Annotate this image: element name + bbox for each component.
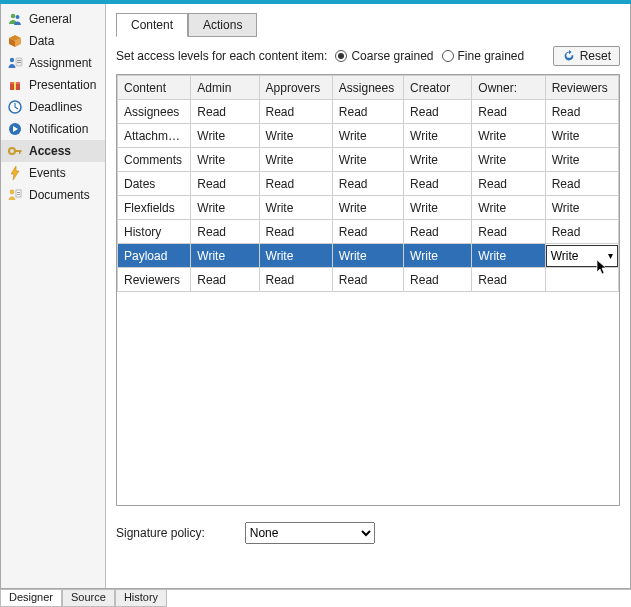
access-cell[interactable]: Read	[404, 220, 472, 244]
content-cell[interactable]: History	[118, 220, 191, 244]
column-header[interactable]: Owner:	[472, 76, 545, 100]
access-cell[interactable]: Read	[259, 268, 332, 292]
column-header[interactable]: Reviewers	[545, 76, 618, 100]
access-cell[interactable]: Write	[259, 244, 332, 268]
sidebar-item-label: Data	[29, 34, 54, 48]
sidebar-item-presentation[interactable]: Presentation	[1, 74, 105, 96]
access-cell[interactable]: Write	[404, 244, 472, 268]
access-cell[interactable]: Write	[191, 124, 259, 148]
access-cell[interactable]: Write	[191, 244, 259, 268]
access-cell[interactable]: Read	[332, 100, 403, 124]
reset-button[interactable]: Reset	[553, 46, 620, 66]
access-cell[interactable]: Read	[191, 220, 259, 244]
access-cell[interactable]: Read	[332, 220, 403, 244]
access-cell[interactable]: Write	[191, 196, 259, 220]
tab-actions[interactable]: Actions	[188, 13, 257, 37]
sidebar-item-label: Presentation	[29, 78, 96, 92]
access-cell[interactable]: Write	[191, 148, 259, 172]
access-cell[interactable]: Write	[259, 124, 332, 148]
radio-coarse[interactable]: Coarse grained	[335, 49, 433, 63]
radio-fine[interactable]: Fine grained	[442, 49, 525, 63]
column-header[interactable]: Creator	[404, 76, 472, 100]
table-row[interactable]: FlexfieldsWriteWriteWriteWriteWriteWrite	[118, 196, 619, 220]
access-cell[interactable]: Read	[259, 220, 332, 244]
table-row[interactable]: PayloadWriteWriteWriteWriteWriteWrite▾No…	[118, 244, 619, 268]
access-cell[interactable]: Read	[191, 268, 259, 292]
sidebar-item-events[interactable]: Events	[1, 162, 105, 184]
tab-label: Designer	[9, 591, 53, 603]
content-cell[interactable]: Flexfields	[118, 196, 191, 220]
lightning-icon	[7, 165, 23, 181]
content-cell[interactable]: Assignees	[118, 100, 191, 124]
column-header[interactable]: Approvers	[259, 76, 332, 100]
access-cell[interactable]: Read	[472, 220, 545, 244]
access-cell[interactable]: Write	[545, 196, 618, 220]
access-cell[interactable]: Read	[404, 100, 472, 124]
access-cell[interactable]: Write	[545, 148, 618, 172]
table-row[interactable]: Attachmen...WriteWriteWriteWriteWriteWri…	[118, 124, 619, 148]
svg-rect-13	[19, 152, 21, 154]
sidebar-item-notification[interactable]: Notification	[1, 118, 105, 140]
access-cell[interactable]: Write	[545, 124, 618, 148]
access-cell[interactable]: Write	[259, 196, 332, 220]
access-dropdown[interactable]: Write▾	[546, 245, 618, 267]
bottom-tabs: Designer Source History	[0, 589, 631, 607]
access-cell[interactable]: Read	[545, 100, 618, 124]
access-cell[interactable]: Read	[259, 172, 332, 196]
access-cell[interactable]: Write	[472, 148, 545, 172]
tab-content[interactable]: Content	[116, 13, 188, 37]
access-cell[interactable]: Read	[545, 220, 618, 244]
access-cell[interactable]: Read	[404, 172, 472, 196]
column-header[interactable]: Content	[118, 76, 191, 100]
content-cell[interactable]: Payload	[118, 244, 191, 268]
sidebar-item-documents[interactable]: Documents	[1, 184, 105, 206]
radio-dot-icon	[442, 50, 454, 62]
content-cell[interactable]: Attachmen...	[118, 124, 191, 148]
table-row[interactable]: DatesReadReadReadReadReadRead	[118, 172, 619, 196]
access-cell[interactable]: Read	[472, 172, 545, 196]
access-cell[interactable]: Read	[545, 172, 618, 196]
access-cell[interactable]: Write▾NoneReadWrite	[545, 244, 618, 268]
access-cell[interactable]: Write	[472, 244, 545, 268]
table-row[interactable]: AssigneesReadReadReadReadReadRead	[118, 100, 619, 124]
column-header[interactable]: Admin	[191, 76, 259, 100]
sidebar-item-deadlines[interactable]: Deadlines	[1, 96, 105, 118]
table-row[interactable]: CommentsWriteWriteWriteWriteWriteWrite	[118, 148, 619, 172]
content-cell[interactable]: Dates	[118, 172, 191, 196]
sidebar-item-label: Deadlines	[29, 100, 82, 114]
bottom-tab-history[interactable]: History	[115, 590, 167, 607]
access-cell[interactable]: Write	[332, 124, 403, 148]
sidebar-item-access[interactable]: Access	[1, 140, 105, 162]
access-cell[interactable]: Read	[191, 100, 259, 124]
intro-text: Set access levels for each content item:	[116, 49, 327, 63]
content-cell[interactable]: Reviewers	[118, 268, 191, 292]
sidebar-item-general[interactable]: General	[1, 8, 105, 30]
table-row[interactable]: HistoryReadReadReadReadReadRead	[118, 220, 619, 244]
clock-icon	[7, 99, 23, 115]
access-cell[interactable]: Write	[259, 148, 332, 172]
access-cell[interactable]: Write	[404, 196, 472, 220]
access-cell[interactable]: Read	[332, 268, 403, 292]
column-header[interactable]: Assignees	[332, 76, 403, 100]
access-cell[interactable]: Read	[259, 100, 332, 124]
signature-select[interactable]: None	[245, 522, 375, 544]
access-cell[interactable]: Write	[332, 148, 403, 172]
bottom-tab-designer[interactable]: Designer	[0, 590, 62, 607]
access-cell[interactable]: Read	[191, 172, 259, 196]
access-cell[interactable]: Write	[472, 124, 545, 148]
sidebar-item-data[interactable]: Data	[1, 30, 105, 52]
access-cell[interactable]: Write	[332, 244, 403, 268]
access-cell[interactable]: Read	[472, 268, 545, 292]
sidebar-item-assignment[interactable]: Assignment	[1, 52, 105, 74]
access-cell[interactable]: Write	[404, 148, 472, 172]
access-cell[interactable]: Read	[472, 100, 545, 124]
access-cell[interactable]: Write	[332, 196, 403, 220]
access-cell[interactable]: Read	[332, 172, 403, 196]
access-cell[interactable]: Write	[472, 196, 545, 220]
access-cell[interactable]: Read	[404, 268, 472, 292]
content-cell[interactable]: Comments	[118, 148, 191, 172]
access-cell[interactable]: Write	[404, 124, 472, 148]
access-cell[interactable]	[545, 268, 618, 292]
bottom-tab-source[interactable]: Source	[62, 590, 115, 607]
table-row[interactable]: ReviewersReadReadReadReadRead	[118, 268, 619, 292]
